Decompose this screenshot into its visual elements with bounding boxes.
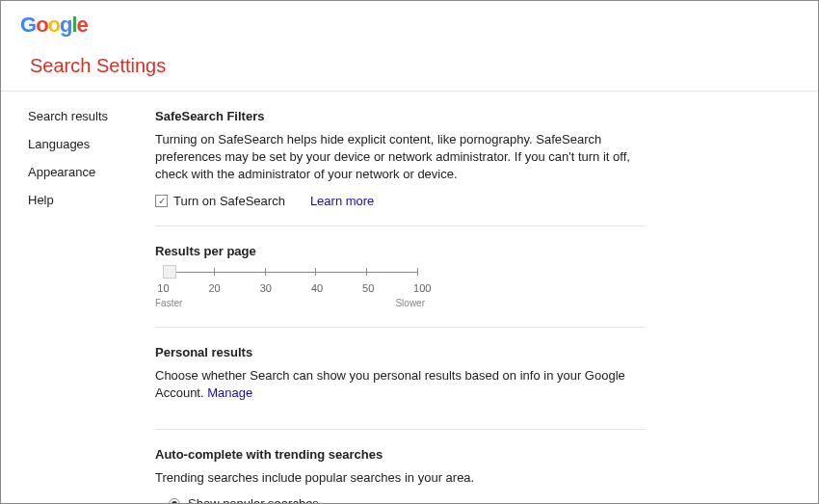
results-per-page-slider[interactable]: 10 20 30 40 50 100 Faster Slower — [155, 272, 425, 309]
sidebar-item-help[interactable]: Help — [28, 193, 155, 207]
slider-tick-label: 10 — [157, 282, 169, 294]
section-results-per-page: Results per page 10 20 30 40 50 — [155, 244, 645, 328]
google-logo[interactable]: Google — [20, 13, 799, 38]
slider-tick-label: 50 — [362, 282, 374, 294]
safesearch-checkbox-label: Turn on SafeSearch — [173, 194, 285, 208]
slider-handle[interactable] — [163, 265, 176, 279]
sidebar-item-appearance[interactable]: Appearance — [28, 165, 155, 179]
autocomplete-desc: Trending searches include popular search… — [155, 469, 645, 487]
slider-tick-label: 30 — [260, 282, 272, 294]
results-per-page-title: Results per page — [155, 244, 645, 258]
sidebar-item-languages[interactable]: Languages — [28, 137, 155, 151]
safesearch-learn-more-link[interactable]: Learn more — [310, 194, 374, 208]
safesearch-checkbox[interactable]: ✓ — [155, 195, 168, 207]
slider-tick-label: 100 — [413, 282, 431, 294]
personal-results-title: Personal results — [155, 345, 645, 359]
section-autocomplete: Auto-complete with trending searches Tre… — [155, 447, 645, 504]
slider-faster-label: Faster — [155, 298, 182, 308]
section-safesearch: SafeSearch Filters Turning on SafeSearch… — [155, 109, 645, 226]
sidebar: Search results Languages Appearance Help — [1, 92, 155, 504]
radio-show-popular-label: Show popular searches — [188, 496, 319, 504]
slider-tick-label: 40 — [311, 282, 323, 294]
autocomplete-title: Auto-complete with trending searches — [155, 447, 645, 462]
safesearch-desc: Turning on SafeSearch helps hide explici… — [155, 131, 645, 184]
section-personal-results: Personal results Choose whether Search c… — [155, 345, 645, 430]
personal-results-manage-link[interactable]: Manage — [207, 385, 252, 400]
safesearch-title: SafeSearch Filters — [155, 109, 645, 123]
slider-tick-label: 20 — [208, 282, 220, 294]
main-content: SafeSearch Filters Turning on SafeSearch… — [155, 92, 818, 504]
sidebar-item-search-results[interactable]: Search results — [28, 109, 155, 123]
slider-slower-label: Slower — [395, 298, 425, 308]
page-title: Search Settings — [20, 55, 799, 91]
radio-show-popular[interactable] — [169, 498, 180, 504]
